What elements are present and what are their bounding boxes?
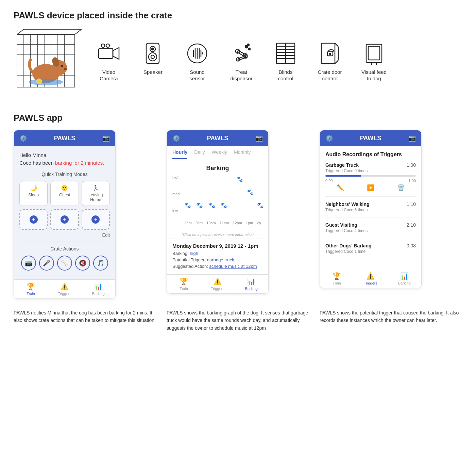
device-item-sound-sensor: Soundsensor — [184, 42, 211, 82]
screen3-nav: 🏆 Train ⚠️ Triggers 📊 Barking — [320, 269, 421, 288]
svg-point-21 — [36, 79, 42, 84]
y-low: low — [172, 209, 183, 213]
screen2-camera-icon[interactable]: 📷 — [255, 134, 263, 142]
chart-area: Barking high med low 🐾 — [167, 159, 268, 230]
rec-info-4: Other Dogs' Barking Triggered Coco 1 tim… — [325, 243, 372, 254]
screen3-settings-icon[interactable]: ⚙️ — [325, 134, 333, 142]
screen1-body: Hello Minna, Coco has been barking for 2… — [14, 146, 115, 279]
edit-recording-1[interactable]: ✏️ — [337, 184, 344, 192]
screen3-title: PAWLS — [360, 135, 381, 142]
tab-monthly[interactable]: Monthly — [234, 146, 251, 159]
paw-low-11am[interactable]: 🐾 — [220, 202, 227, 209]
paw-med-1pm[interactable]: 🐾 — [247, 189, 254, 195]
speaker-icon — [141, 42, 165, 65]
action-mic[interactable]: 🎤 — [39, 256, 54, 271]
crate-actions-row: 📷 🎤 🦴 🔇 🎵 — [19, 256, 110, 271]
tab-daily[interactable]: Daily — [194, 146, 205, 159]
crate-actions-label: Crate Actions — [19, 246, 110, 251]
delete-recording-1[interactable]: 🗑️ — [397, 184, 405, 192]
svg-line-13 — [75, 29, 82, 34]
paw-low-10am[interactable]: 🐾 — [208, 202, 215, 209]
svg-point-60 — [329, 53, 331, 54]
rec-count-1: Triggered Coco 9 times — [325, 168, 368, 173]
paw-low-8am[interactable]: 🐾 — [184, 202, 191, 209]
add-modes-row: + + + — [19, 209, 110, 230]
screen1-wrapper: ⚙️ PAWLS 📷 Hello Minna, Coco has been ba… — [14, 130, 156, 299]
paw-low-9am[interactable]: 🐾 — [196, 202, 203, 209]
training-modes-label: Quick Training Modes — [19, 172, 110, 177]
svg-point-18 — [61, 65, 63, 67]
recording-guest-visiting: Guest Visiting Triggered Coco 4 times 2:… — [325, 222, 416, 238]
rec-time-1: 1:00 — [407, 162, 416, 168]
paw-low-2pm[interactable]: 🐾 — [257, 202, 264, 209]
screen1-header: ⚙️ PAWLS 📷 — [14, 130, 115, 146]
chart-title: Barking — [172, 165, 263, 172]
detail-box: Monday December 9, 2019 12 - 1pm Barking… — [167, 239, 268, 274]
screen2-settings-icon[interactable]: ⚙️ — [172, 134, 180, 142]
detail-trigger: Potential Trigger: garbage truck — [172, 257, 263, 262]
action-camera[interactable]: 📷 — [21, 256, 36, 271]
mode-guest[interactable]: 🙂 Guest — [50, 181, 79, 206]
mode-sleep[interactable]: 🌙 Sleep — [19, 181, 48, 206]
detail-action-val[interactable]: schedule music at 12pm — [209, 264, 257, 269]
add-mode-1[interactable]: + — [19, 209, 48, 230]
greeting-prefix: Coco has been — [19, 160, 55, 166]
rec-progress-fill-1 — [325, 175, 361, 177]
device-item-treat-dispenser: Treatdispensor — [228, 42, 255, 82]
device-item-video-camera: VideoCamera — [95, 42, 122, 82]
add-mode-3[interactable]: + — [82, 209, 110, 230]
screen1-settings-icon[interactable]: ⚙️ — [19, 134, 27, 142]
mode-leaving-home[interactable]: 🏃 LeavingHome — [82, 181, 110, 206]
nav-barking-3[interactable]: 📊 Barking — [388, 269, 421, 288]
greeting-alert: barking for 2 minutes. — [55, 160, 104, 166]
x-1pm: 1pm — [246, 221, 253, 225]
device-label-blinds-control: Blindscontrol — [278, 69, 293, 82]
nav-train-2[interactable]: 🏆 Train — [167, 275, 201, 293]
train-nav-label-2: Train — [180, 287, 188, 291]
y-labels: high med low — [172, 175, 183, 213]
svg-line-57 — [335, 60, 338, 64]
nav-barking-1[interactable]: 📊 Barking — [82, 280, 115, 298]
svg-point-47 — [247, 44, 249, 46]
screen2-header: ⚙️ PAWLS 📷 — [167, 130, 268, 146]
detail-barking-val: high — [190, 251, 198, 256]
tab-weekly[interactable]: Weekly — [211, 146, 227, 159]
svg-point-20 — [29, 79, 63, 85]
detail-trigger-label: Potential Trigger: — [172, 257, 207, 262]
nav-train-3[interactable]: 🏆 Train — [320, 269, 354, 288]
add-mode-2[interactable]: + — [50, 209, 79, 230]
nav-train-1[interactable]: 🏆 Train — [14, 280, 48, 298]
device-item-visual-feed: Visual feedto dog — [360, 42, 388, 82]
descriptions-row: PAWLS notifies Minna that the dog has be… — [14, 309, 462, 332]
screen3-header: ⚙️ PAWLS 📷 — [320, 130, 421, 146]
rec-name-3: Guest Visiting — [325, 222, 368, 228]
triggers-nav-icon: ⚠️ — [60, 282, 69, 291]
app-section-title: PAWLS app — [14, 113, 462, 123]
play-recording-1[interactable]: ▶️ — [367, 184, 374, 192]
svg-line-12 — [17, 29, 24, 34]
edit-label[interactable]: Edit — [102, 232, 110, 238]
rec-time-4: 0:08 — [407, 243, 416, 248]
action-treat[interactable]: 🦴 — [57, 256, 72, 271]
screen3-wrapper: ⚙️ PAWLS 📷 Audio Recordings of Triggers … — [320, 130, 462, 299]
screen1-title: PAWLS — [54, 135, 75, 142]
nav-triggers-1[interactable]: ⚠️ Triggers — [48, 280, 81, 298]
action-music[interactable]: 🎵 — [93, 256, 108, 271]
paw-high-12pm[interactable]: 🐾 — [236, 176, 243, 182]
detail-trigger-val: garbage truck — [207, 257, 234, 262]
leaving-home-label: LeavingHome — [88, 193, 103, 202]
visual-feed-icon — [362, 42, 386, 65]
y-high: high — [172, 175, 183, 179]
nav-triggers-3[interactable]: ⚠️ Triggers — [354, 269, 387, 288]
nav-barking-2[interactable]: 📊 Barking — [235, 275, 268, 293]
barking-nav-label-2: Barking — [245, 287, 258, 291]
train-nav-icon-3: 🏆 — [333, 272, 341, 280]
tab-hourly[interactable]: Hourly — [172, 146, 187, 159]
nav-triggers-2[interactable]: ⚠️ Triggers — [201, 275, 234, 293]
action-mute[interactable]: 🔇 — [75, 256, 90, 271]
screen3-camera-icon[interactable]: 📷 — [408, 134, 416, 142]
screen1-camera-icon[interactable]: 📷 — [102, 134, 110, 142]
recording-garbage-truck: Garbage Truck Triggered Coco 9 times 1:0… — [325, 162, 416, 197]
screen1-phone: ⚙️ PAWLS 📷 Hello Minna, Coco has been ba… — [14, 130, 116, 299]
x-2p: 2p — [257, 221, 261, 225]
